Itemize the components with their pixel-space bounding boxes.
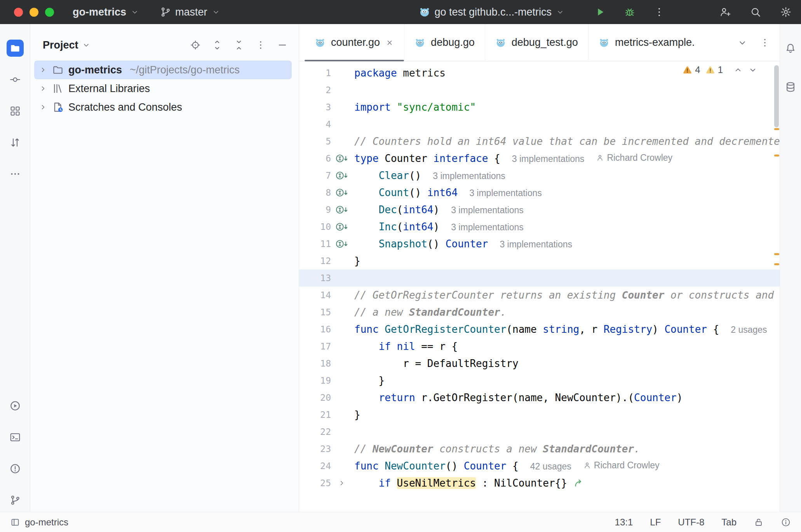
code-text[interactable]: if nil == r {: [354, 341, 780, 352]
editor-gutter[interactable]: 25: [299, 478, 354, 488]
inlay-hint[interactable]: 3 implementations: [500, 239, 572, 249]
editor-gutter[interactable]: 4: [299, 119, 354, 129]
code-line[interactable]: 22: [299, 423, 780, 440]
collapse-all-button[interactable]: [233, 40, 244, 50]
code-line[interactable]: 5// Counters hold an int64 value that ca…: [299, 133, 780, 150]
code-line[interactable]: 20 return r.GetOrRegister(name, NewCount…: [299, 389, 780, 406]
editor-gutter[interactable]: 17: [299, 341, 354, 351]
scrollbar-mark[interactable]: [774, 253, 779, 255]
version-control-tool-button[interactable]: [7, 492, 24, 509]
editor-gutter[interactable]: 9: [299, 204, 354, 215]
editor-gutter[interactable]: 20: [299, 393, 354, 403]
code-text[interactable]: // GetOrRegisterCounter returns an exist…: [354, 289, 780, 301]
code-text[interactable]: // NewCounter constructs a new StandardC…: [354, 443, 780, 455]
editor-gutter[interactable]: 15: [299, 307, 354, 317]
implementations-gutter-icon[interactable]: [331, 170, 353, 181]
code-line[interactable]: 3import "sync/atomic": [299, 99, 780, 116]
statusbar-project-widget[interactable]: go-metrics: [10, 517, 68, 528]
inlay-hint[interactable]: 3 implementations: [512, 154, 585, 164]
return-arrow-icon[interactable]: [573, 477, 584, 489]
code-text[interactable]: // Counters hold an int64 value that can…: [354, 136, 780, 147]
zoom-window-button[interactable]: [45, 8, 54, 17]
commit-tool-button[interactable]: [7, 71, 24, 88]
line-number[interactable]: 17: [304, 341, 331, 351]
editor-gutter[interactable]: 12: [299, 256, 354, 266]
editor-gutter[interactable]: 24: [299, 461, 354, 471]
editor-gutter[interactable]: 23: [299, 444, 354, 454]
code-line[interactable]: 12}: [299, 252, 780, 269]
code-text[interactable]: if UseNilMetrics : NilCounter{}: [354, 477, 780, 489]
editor-tab-metrics-example-[interactable]: metrics-example.: [588, 24, 705, 61]
editor-gutter[interactable]: 10: [299, 221, 354, 232]
panel-title[interactable]: Project: [43, 39, 78, 51]
line-number[interactable]: 25: [304, 478, 331, 488]
code-text[interactable]: Inc(int64)3 implementations: [354, 221, 780, 233]
code-line[interactable]: 16func GetOrRegisterCounter(name string,…: [299, 321, 780, 338]
inlay-hint[interactable]: 2 usages: [731, 325, 767, 335]
implementations-gutter-icon[interactable]: [331, 238, 353, 249]
hidden-tabs-button[interactable]: [737, 37, 748, 48]
warnings-indicator[interactable]: 4: [682, 64, 700, 75]
code-line[interactable]: 14// GetOrRegisterCounter returns an exi…: [299, 287, 780, 304]
code-line[interactable]: 25 if UseNilMetrics : NilCounter{}: [299, 475, 780, 492]
inlay-hint[interactable]: 3 implementations: [433, 171, 505, 181]
implementations-gutter-icon[interactable]: [331, 187, 353, 198]
implementations-gutter-icon[interactable]: [331, 153, 353, 164]
line-number[interactable]: 19: [304, 376, 331, 386]
code-line[interactable]: 4: [299, 116, 780, 133]
editor-gutter[interactable]: 5: [299, 136, 354, 146]
scrollbar-mark[interactable]: [774, 128, 779, 130]
line-number[interactable]: 6: [304, 153, 331, 163]
editor-gutter[interactable]: 18: [299, 358, 354, 369]
line-number[interactable]: 18: [304, 358, 331, 369]
tree-item-scratches-and-consoles[interactable]: Scratches and Consoles: [34, 98, 292, 116]
code-line[interactable]: 24func NewCounter() Counter {42 usagesRi…: [299, 457, 780, 475]
inlay-hint[interactable]: 3 implementations: [451, 222, 524, 232]
chevron-right-icon[interactable]: [39, 84, 47, 93]
line-number[interactable]: 23: [304, 444, 331, 454]
inlay-hint[interactable]: 3 implementations: [451, 205, 524, 215]
editor-gutter[interactable]: 21: [299, 410, 354, 420]
branch-widget[interactable]: master: [160, 6, 221, 18]
minimize-window-button[interactable]: [30, 8, 38, 17]
more-tool-button[interactable]: [7, 165, 24, 183]
line-number[interactable]: 3: [304, 102, 331, 112]
terminal-tool-button[interactable]: [7, 429, 24, 446]
scrollbar-mark[interactable]: [774, 155, 779, 156]
line-number[interactable]: 4: [304, 119, 331, 129]
line-number[interactable]: 11: [304, 239, 331, 249]
line-number[interactable]: 12: [304, 256, 331, 266]
code-line[interactable]: 23// NewCounter constructs a new Standar…: [299, 440, 780, 457]
author-annotation[interactable]: Richard Crowley: [596, 153, 672, 163]
project-widget[interactable]: go-metrics: [73, 6, 139, 18]
code-text[interactable]: Clear()3 implementations: [354, 170, 780, 181]
line-number[interactable]: 10: [304, 222, 331, 232]
inlay-hint[interactable]: 3 implementations: [469, 188, 542, 198]
editor-options-button[interactable]: [759, 37, 770, 48]
code-line[interactable]: 15// a new StandardCounter.: [299, 304, 780, 321]
chevron-right-icon[interactable]: [39, 103, 47, 111]
status-info-icon[interactable]: [781, 517, 791, 527]
scrollbar-thumb[interactable]: [774, 65, 779, 127]
code-line[interactable]: 10 Inc(int64)3 implementations: [299, 218, 780, 235]
editor-gutter[interactable]: 8: [299, 187, 354, 198]
code-text[interactable]: return r.GetOrRegister(name, NewCounter)…: [354, 392, 780, 403]
code-line[interactable]: 21}: [299, 406, 780, 423]
code-line[interactable]: 7 Clear()3 implementations: [299, 167, 780, 184]
chevron-right-icon[interactable]: [39, 66, 47, 74]
next-problem-button[interactable]: [748, 65, 758, 75]
code-line[interactable]: 19 }: [299, 372, 780, 389]
code-text[interactable]: }: [354, 409, 780, 421]
code-text[interactable]: func GetOrRegisterCounter(name string, r…: [354, 323, 780, 335]
editor-body[interactable]: 1package metrics23import "sync/atomic"45…: [299, 61, 780, 512]
code-text[interactable]: Snapshot() Counter3 implementations: [354, 238, 780, 250]
line-number[interactable]: 22: [304, 427, 331, 437]
code-line[interactable]: 13: [299, 269, 780, 287]
write-access-lock-icon[interactable]: [754, 517, 764, 527]
project-tool-button[interactable]: [7, 40, 24, 57]
code-text[interactable]: }: [354, 255, 780, 267]
line-number[interactable]: 16: [304, 324, 331, 334]
code-line[interactable]: 6type Counter interface {3 implementatio…: [299, 150, 780, 167]
line-number[interactable]: 5: [304, 136, 331, 146]
editor-gutter[interactable]: 2: [299, 85, 354, 95]
